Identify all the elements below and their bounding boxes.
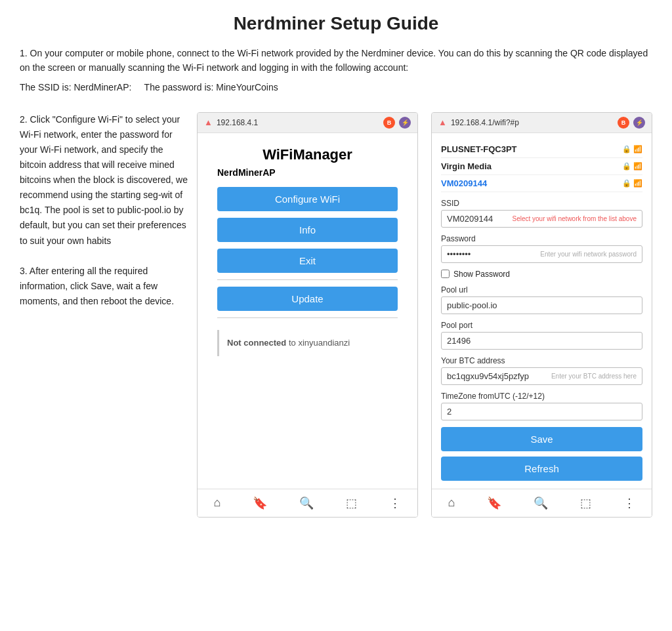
show-password-checkbox[interactable] bbox=[441, 270, 450, 278]
right-phone-mock: ▲ 192.168.4.1/wifi?#p B ⚡ PLUSNET-FQC3PT… bbox=[431, 112, 652, 518]
ssid-group: SSID VM0209144 Select your wifi network … bbox=[441, 199, 642, 228]
step3-text: 3. After entering all the required infor… bbox=[20, 264, 190, 309]
pool-port-value: 21496 bbox=[447, 336, 471, 346]
network-name-2: Virgin Media bbox=[441, 161, 492, 171]
page-title: Nerdminer Setup Guide bbox=[20, 13, 652, 34]
divider-left2 bbox=[217, 317, 398, 318]
bookmark-icon-right[interactable]: 🔖 bbox=[487, 496, 501, 510]
ssid-input[interactable]: VM0209144 Select your wifi network from … bbox=[441, 210, 642, 228]
timezone-value: 2 bbox=[447, 407, 452, 417]
left-phone-bar: ▲ 192.168.4.1 B ⚡ bbox=[198, 113, 417, 133]
wifi-manager-content: WiFiManager NerdMinerAP Configure WiFi I… bbox=[198, 133, 417, 489]
wifi-ap-label: NerdMinerAP bbox=[217, 167, 398, 178]
brave-icon-right: B bbox=[618, 117, 629, 129]
left-bottom-nav: ⌂ 🔖 🔍 ⬚ ⋮ bbox=[198, 489, 417, 517]
profile-icon-right: ⚡ bbox=[633, 117, 645, 129]
right-bottom-nav: ⌂ 🔖 🔍 ⬚ ⋮ bbox=[432, 489, 652, 517]
right-address-bar: 192.168.4.1/wifi?#p bbox=[451, 118, 614, 127]
network-item-2: Virgin Media 🔒 📶 bbox=[441, 158, 642, 175]
screenshots-area: ▲ 192.168.4.1 B ⚡ WiFiManager NerdMinerA… bbox=[197, 112, 652, 518]
not-connected-line bbox=[217, 330, 219, 356]
show-password-label: Show Password bbox=[453, 270, 510, 279]
step2-text: 2. Click "Configure Wi-Fi" to select you… bbox=[20, 112, 190, 249]
divider-left bbox=[217, 279, 398, 280]
warning-icon-right: ▲ bbox=[438, 117, 447, 127]
not-connected-text: Not connected to xinyuandianzi bbox=[227, 338, 350, 348]
ssid-hint: Select your wifi network from the list a… bbox=[512, 215, 637, 222]
configure-wifi-button[interactable]: Configure WiFi bbox=[217, 187, 398, 211]
signal-lock-1: 🔒 📶 bbox=[622, 145, 642, 153]
not-connected-bar: Not connected to xinyuandianzi bbox=[217, 325, 398, 365]
pool-port-input[interactable]: 21496 bbox=[441, 332, 642, 350]
network-list: PLUSNET-FQC3PT 🔒 📶 Virgin Media 🔒 📶 VM02… bbox=[441, 141, 642, 192]
btc-input[interactable]: bc1qgxu9v54xj5pzfyp Enter your BTC addre… bbox=[441, 367, 642, 385]
btc-hint: Enter your BTC address here bbox=[551, 373, 637, 380]
credentials-line: The SSID is: NerdMinerAP: The password i… bbox=[20, 82, 652, 92]
btc-value: bc1qgxu9v54xj5pzfyp bbox=[447, 371, 529, 381]
search-icon-right[interactable]: 🔍 bbox=[534, 496, 548, 510]
profile-icon-left: ⚡ bbox=[399, 117, 411, 129]
network-item-1: PLUSNET-FQC3PT 🔒 📶 bbox=[441, 141, 642, 158]
wifi-config-content: PLUSNET-FQC3PT 🔒 📶 Virgin Media 🔒 📶 VM02… bbox=[432, 133, 652, 489]
pool-url-value: public-pool.io bbox=[447, 300, 497, 310]
password-field-label: Password bbox=[441, 234, 642, 243]
password-label: The password is: MineYourCoins bbox=[144, 82, 278, 92]
pool-url-input[interactable]: public-pool.io bbox=[441, 296, 642, 314]
show-password-row: Show Password bbox=[441, 270, 642, 279]
ssid-field-label: SSID bbox=[441, 199, 642, 208]
left-description: 2. Click "Configure Wi-Fi" to select you… bbox=[20, 112, 197, 309]
password-input-value: •••••••• bbox=[447, 249, 471, 259]
timezone-field-label: TimeZone fromUTC (-12/+12) bbox=[441, 392, 642, 401]
main-layout: 2. Click "Configure Wi-Fi" to select you… bbox=[20, 112, 652, 518]
home-icon-right[interactable]: ⌂ bbox=[448, 496, 455, 510]
network-item-3[interactable]: VM0209144 🔒 📶 bbox=[441, 175, 642, 192]
btc-address-group: Your BTC address bc1qgxu9v54xj5pzfyp Ent… bbox=[441, 356, 642, 385]
tab-icon-left[interactable]: ⬚ bbox=[346, 496, 357, 510]
update-button[interactable]: Update bbox=[217, 287, 398, 311]
refresh-button[interactable]: Refresh bbox=[441, 457, 642, 481]
left-phone-mock: ▲ 192.168.4.1 B ⚡ WiFiManager NerdMinerA… bbox=[197, 112, 418, 518]
timezone-input[interactable]: 2 bbox=[441, 403, 642, 420]
wifi-manager-title: WiFiManager bbox=[217, 146, 398, 163]
intro-paragraph: 1. On your computer or mobile phone, con… bbox=[20, 46, 652, 75]
home-icon-left[interactable]: ⌂ bbox=[214, 496, 221, 510]
right-phone-bar: ▲ 192.168.4.1/wifi?#p B ⚡ bbox=[432, 113, 652, 133]
ssid-label: The SSID is: NerdMinerAP: bbox=[20, 82, 131, 92]
not-connected-bold: Not connected bbox=[227, 338, 286, 348]
save-button[interactable]: Save bbox=[441, 427, 642, 451]
pool-url-group: Pool url public-pool.io bbox=[441, 285, 642, 314]
browser-icons-right: B ⚡ bbox=[618, 117, 645, 129]
not-connected-suffix: to xinyuandianzi bbox=[289, 338, 350, 348]
password-input[interactable]: •••••••• Enter your wifi network passwor… bbox=[441, 245, 642, 263]
exit-button[interactable]: Exit bbox=[217, 249, 398, 273]
left-address-bar: 192.168.4.1 bbox=[217, 118, 379, 127]
tab-icon-right[interactable]: ⬚ bbox=[580, 496, 591, 510]
btc-field-label: Your BTC address bbox=[441, 356, 642, 365]
network-name-1: PLUSNET-FQC3PT bbox=[441, 144, 517, 154]
warning-icon-left: ▲ bbox=[204, 117, 213, 127]
signal-lock-3: 🔒 📶 bbox=[622, 179, 642, 188]
timezone-group: TimeZone fromUTC (-12/+12) 2 bbox=[441, 392, 642, 420]
network-name-3: VM0209144 bbox=[441, 178, 487, 188]
pool-url-field-label: Pool url bbox=[441, 285, 642, 295]
menu-icon-right[interactable]: ⋮ bbox=[623, 496, 635, 510]
search-icon-left[interactable]: 🔍 bbox=[299, 496, 314, 510]
pool-port-group: Pool port 21496 bbox=[441, 321, 642, 350]
menu-icon-left[interactable]: ⋮ bbox=[389, 496, 401, 510]
info-button[interactable]: Info bbox=[217, 218, 398, 242]
password-group: Password •••••••• Enter your wifi networ… bbox=[441, 234, 642, 263]
bookmark-icon-left[interactable]: 🔖 bbox=[253, 496, 267, 510]
browser-icons-left: B ⚡ bbox=[383, 117, 411, 129]
brave-icon-left: B bbox=[383, 117, 395, 129]
pool-port-field-label: Pool port bbox=[441, 321, 642, 330]
password-hint: Enter your wifi network password bbox=[540, 251, 637, 258]
signal-lock-2: 🔒 📶 bbox=[622, 162, 642, 171]
ssid-input-value: VM0209144 bbox=[447, 214, 493, 224]
